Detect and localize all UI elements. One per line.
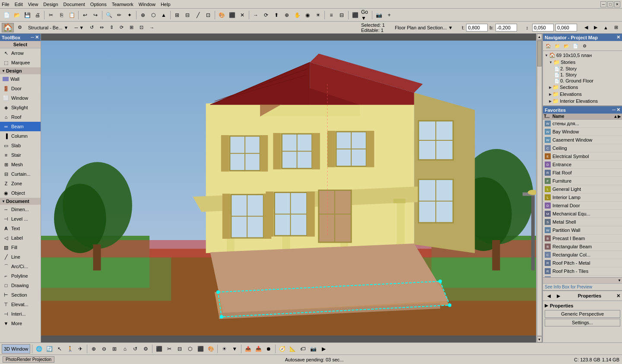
- zoom-button[interactable]: ⊕: [282, 10, 292, 20]
- bt-floor-btn[interactable]: ⬛: [154, 344, 164, 354]
- fav-item-casement[interactable]: W Casement Window: [543, 136, 622, 144]
- paste-button[interactable]: 📋: [67, 10, 76, 20]
- sync-btn[interactable]: ⟳: [117, 23, 126, 32]
- fav-item-steny[interactable]: W стены для...: [543, 120, 622, 128]
- copy-button[interactable]: ⎘: [57, 10, 66, 20]
- bt-photo-btn[interactable]: 📷: [308, 344, 318, 354]
- tool-arccurve[interactable]: ⌒ Arc/Ci...: [0, 262, 41, 271]
- maximize-button[interactable]: □: [607, 1, 613, 7]
- bt-export-btn[interactable]: 📤: [243, 344, 253, 354]
- nav-settings-button[interactable]: ⚙: [580, 42, 589, 50]
- tool-text[interactable]: A Text: [0, 224, 41, 233]
- bt-fly-btn[interactable]: ✈: [76, 344, 85, 354]
- tree-interior-elevations[interactable]: ▶ 📁 Interior Elevations: [544, 98, 621, 104]
- mark-button[interactable]: ◉: [303, 10, 312, 20]
- tool-door[interactable]: 🚪 Door: [0, 84, 41, 93]
- fav-item-rect-col[interactable]: C Rectangular Col...: [543, 251, 622, 259]
- floor-plan-selector[interactable]: Floor Plan and Section... ▼: [393, 23, 455, 32]
- fav-item-rect-beam[interactable]: B Rectangular Beam: [543, 243, 622, 251]
- elevation-icon[interactable]: ↕: [524, 23, 531, 32]
- fav-close-button[interactable]: ✕: [616, 107, 620, 113]
- undo-button[interactable]: ↩: [80, 10, 90, 20]
- attrib-button[interactable]: ⊟: [337, 10, 346, 20]
- fav-item-partition-wall[interactable]: W Partition Wall: [543, 226, 622, 234]
- line-type[interactable]: ─ ▼: [72, 23, 86, 32]
- canvas-area[interactable]: ▲ ▼: [41, 34, 542, 342]
- nav-up[interactable]: ▲: [601, 23, 610, 32]
- favorites-footer[interactable]: See Info Box for Preview: [543, 283, 622, 290]
- find-button[interactable]: 🔍: [104, 10, 114, 20]
- nav-folder-button[interactable]: 📁: [553, 42, 562, 50]
- bt-shadow-btn[interactable]: ☀: [219, 344, 229, 354]
- menu-edit[interactable]: Edit: [15, 2, 23, 7]
- tree-story0[interactable]: 📄 0. Ground Floor: [544, 78, 621, 84]
- tree-elevations[interactable]: ▶ 📁 Elevations: [544, 91, 621, 98]
- prop-nav-right[interactable]: ▶: [554, 292, 563, 300]
- b-value[interactable]: -0,200: [495, 24, 517, 32]
- menu-view[interactable]: View: [28, 2, 38, 7]
- bt-anim-btn[interactable]: ▶: [319, 344, 328, 354]
- nav-folder2-button[interactable]: 📂: [562, 42, 571, 50]
- fav-item-general-light[interactable]: L General Light: [543, 185, 622, 193]
- layers-button[interactable]: ≡: [327, 10, 336, 20]
- bt-nav-btn[interactable]: 🧭: [277, 344, 287, 354]
- tool-line[interactable]: ╱ Line: [0, 252, 41, 262]
- fav-item-electrical[interactable]: E Electrical Symbol: [543, 152, 622, 161]
- fly-button[interactable]: →: [251, 10, 260, 20]
- nav-page-button[interactable]: 📄: [571, 42, 580, 50]
- generic-perspective-button[interactable]: Generic Perspective: [545, 310, 620, 318]
- scale-btn[interactable]: ⊡: [137, 23, 146, 32]
- bt-refresh-btn[interactable]: ↺: [130, 344, 140, 354]
- tool-dimen[interactable]: ↔ Dimen...: [0, 205, 41, 214]
- tool-elevation[interactable]: ⊤ Elevat...: [0, 300, 41, 309]
- linework-button[interactable]: ╱: [193, 10, 203, 20]
- arrow-btn[interactable]: →: [147, 23, 156, 32]
- 3d-window-tab[interactable]: 3D Window: [2, 344, 30, 354]
- redo-button[interactable]: ↪: [91, 10, 100, 20]
- pan-button[interactable]: ✋: [292, 10, 302, 20]
- fav-item-mechanical[interactable]: M Mechanical Equ...: [543, 210, 622, 218]
- tree-building[interactable]: ▼ 🏠 69 10x10,5 план: [544, 52, 621, 59]
- fav-item-ceiling[interactable]: C Ceiling: [543, 144, 622, 152]
- design-section-header[interactable]: Design: [0, 67, 41, 74]
- tool-section[interactable]: ⊢ Section: [0, 290, 41, 300]
- morph-button[interactable]: ⬡: [149, 10, 158, 20]
- favorites-list[interactable]: W стены для... W Bay Window W Casement W…: [543, 120, 622, 277]
- fav-item-entrance[interactable]: D Entrance: [543, 161, 622, 169]
- nav-home-button[interactable]: 🏠: [544, 42, 552, 50]
- nav-more[interactable]: ⊞: [612, 23, 620, 32]
- menu-options[interactable]: Options: [90, 2, 107, 7]
- t-value[interactable]: 0,800: [466, 24, 488, 32]
- scroll-thumb[interactable]: [537, 41, 542, 66]
- cut-button[interactable]: ✂: [46, 10, 56, 20]
- fav-item-metal-shell[interactable]: S Metal Shell: [543, 218, 622, 226]
- photosettings-button[interactable]: 📷: [374, 10, 384, 20]
- view-3d-icon[interactable]: 🏠: [2, 23, 14, 32]
- group-button[interactable]: ⊞: [172, 10, 182, 20]
- tool-label[interactable]: ◁ Label: [0, 233, 41, 243]
- bt-fit-btn[interactable]: ⊞: [110, 344, 119, 354]
- bt-more-btn[interactable]: ▼: [230, 344, 239, 354]
- fav-item-flat-roof[interactable]: R Flat Roof: [543, 169, 622, 177]
- tool-arrow[interactable]: ↖ Arrow: [0, 48, 41, 58]
- tool-fill[interactable]: ▧ Fill: [0, 243, 41, 252]
- close-button[interactable]: ✕: [614, 1, 620, 7]
- open-button[interactable]: 📂: [12, 10, 22, 20]
- fav-item-interior-lamp[interactable]: L Interior Lamp: [543, 193, 622, 202]
- 3d-button[interactable]: ⬛: [227, 10, 237, 20]
- vertical-scrollbar[interactable]: ▲ ▼: [536, 34, 542, 342]
- bt-zoom-out[interactable]: ⊖: [99, 344, 109, 354]
- fav-item-roof-tiles[interactable]: R Roof Pitch - Tiles: [543, 267, 622, 275]
- bt-view-btn[interactable]: 🌐: [34, 344, 44, 354]
- bt-meas-btn[interactable]: 📐: [288, 344, 297, 354]
- bt-setting-btn[interactable]: ⚙: [141, 344, 150, 354]
- toolbox-close[interactable]: ✕: [35, 35, 39, 40]
- go-button[interactable]: Go ▼: [361, 10, 370, 20]
- bt-cut-btn[interactable]: ✂: [165, 344, 174, 354]
- bt-label-btn[interactable]: 🏷: [298, 344, 308, 354]
- filter-button[interactable]: ⊡: [203, 10, 213, 20]
- layer-selector[interactable]: Structural - Be... ▼: [26, 23, 70, 32]
- tool-wall[interactable]: Wall: [0, 74, 41, 84]
- render-button[interactable]: 🎨: [217, 10, 226, 20]
- fav-item-roof-metal[interactable]: R Roof Pitch - Metal: [543, 259, 622, 267]
